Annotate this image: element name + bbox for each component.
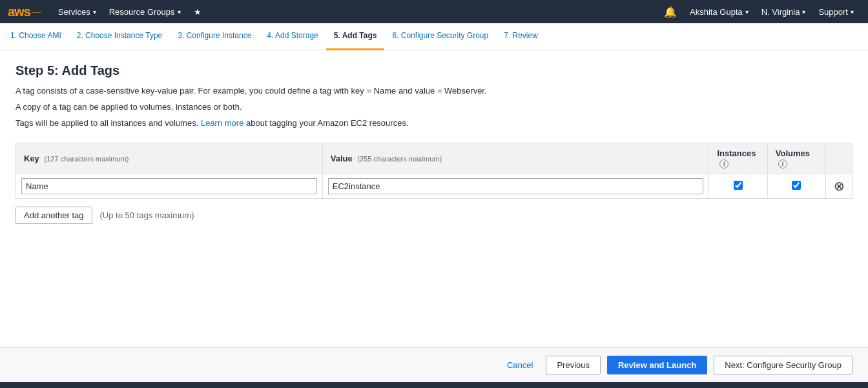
next-configure-security-group-button[interactable]: Next: Configure Security Group bbox=[714, 356, 852, 374]
notifications-bell-icon[interactable]: 🔔 bbox=[657, 6, 683, 18]
add-tag-hint: (Up to 50 tags maximum) bbox=[100, 210, 194, 220]
tag-delete-button[interactable]: ⊗ bbox=[831, 178, 847, 194]
learn-more-link[interactable]: Learn more bbox=[201, 118, 243, 128]
tag-instances-cell bbox=[709, 174, 767, 198]
action-bar: Cancel Previous Review and Launch Next: … bbox=[0, 347, 868, 382]
aws-logo[interactable]: aws ⎯⎯⎯ bbox=[8, 5, 41, 19]
review-and-launch-button[interactable]: Review and Launch bbox=[607, 356, 707, 374]
col-header-instances: Instances i bbox=[709, 143, 767, 174]
description-line3: Tags will be applied to all instances an… bbox=[16, 117, 852, 130]
tag-delete-cell: ⊗ bbox=[826, 174, 852, 198]
step-review[interactable]: 7. Review bbox=[496, 23, 546, 50]
services-nav[interactable]: Services ▾ bbox=[52, 0, 103, 23]
page-title: Step 5: Add Tags bbox=[16, 63, 852, 78]
resource-groups-caret-icon: ▾ bbox=[178, 8, 181, 15]
main-content: Step 5: Add Tags A tag consists of a cas… bbox=[0, 50, 868, 347]
add-tag-section: Add another tag (Up to 50 tags maximum) bbox=[16, 207, 852, 224]
footer: 💬 Feedback 🌐 English (US) © 2008 - 2019,… bbox=[0, 382, 868, 388]
step-configure-security-group[interactable]: 6. Configure Security Group bbox=[384, 23, 496, 50]
table-header-row: Key (127 characters maximum) Value (255 … bbox=[16, 143, 852, 174]
user-account-nav[interactable]: Akshita Gupta ▾ bbox=[683, 0, 755, 23]
tags-tbody: ⊗ bbox=[16, 174, 852, 198]
tag-value-cell bbox=[322, 174, 709, 198]
user-caret-icon: ▾ bbox=[745, 8, 749, 15]
volumes-info-icon[interactable]: i bbox=[778, 159, 787, 168]
support-caret-icon: ▾ bbox=[851, 8, 854, 15]
step-add-storage[interactable]: 4. Add Storage bbox=[259, 23, 326, 50]
star-icon: ★ bbox=[194, 7, 202, 17]
top-navigation: aws ⎯⎯⎯ Services ▾ Resource Groups ▾ ★ 🔔… bbox=[0, 0, 868, 23]
support-nav[interactable]: Support ▾ bbox=[812, 0, 860, 23]
description-line1: A tag consists of a case-sensitive key-v… bbox=[16, 85, 852, 98]
region-caret-icon: ▾ bbox=[802, 8, 805, 15]
step-add-tags[interactable]: 5. Add Tags bbox=[326, 23, 385, 50]
tag-value-input[interactable] bbox=[328, 178, 704, 194]
table-row: ⊗ bbox=[16, 174, 852, 198]
col-header-value: Value (255 characters maximum) bbox=[322, 143, 709, 174]
col-header-delete bbox=[826, 143, 852, 174]
delete-circle-icon: ⊗ bbox=[834, 178, 845, 194]
tag-volumes-checkbox[interactable] bbox=[792, 181, 801, 190]
tag-key-cell bbox=[16, 174, 323, 198]
cancel-button[interactable]: Cancel bbox=[501, 356, 539, 374]
col-header-volumes: Volumes i bbox=[767, 143, 825, 174]
step-configure-instance[interactable]: 3. Configure Instance bbox=[170, 23, 259, 50]
step-choose-instance-type[interactable]: 2. Choose Instance Type bbox=[69, 23, 170, 50]
resource-groups-nav[interactable]: Resource Groups ▾ bbox=[103, 0, 187, 23]
services-caret-icon: ▾ bbox=[93, 8, 96, 15]
bookmark-nav[interactable]: ★ bbox=[187, 0, 208, 23]
tag-instances-checkbox[interactable] bbox=[734, 181, 743, 190]
region-nav[interactable]: N. Virginia ▾ bbox=[755, 0, 812, 23]
tag-volumes-cell bbox=[767, 174, 825, 198]
steps-bar: 1. Choose AMI 2. Choose Instance Type 3.… bbox=[0, 23, 868, 50]
col-header-key: Key (127 characters maximum) bbox=[16, 143, 323, 174]
tags-table: Key (127 characters maximum) Value (255 … bbox=[16, 143, 852, 199]
step-choose-ami[interactable]: 1. Choose AMI bbox=[10, 23, 69, 50]
tag-key-input[interactable] bbox=[21, 178, 317, 194]
previous-button[interactable]: Previous bbox=[546, 356, 601, 374]
instances-info-icon[interactable]: i bbox=[719, 159, 728, 168]
add-another-tag-button[interactable]: Add another tag bbox=[16, 207, 92, 224]
description-line2: A copy of a tag can be applied to volume… bbox=[16, 101, 852, 114]
